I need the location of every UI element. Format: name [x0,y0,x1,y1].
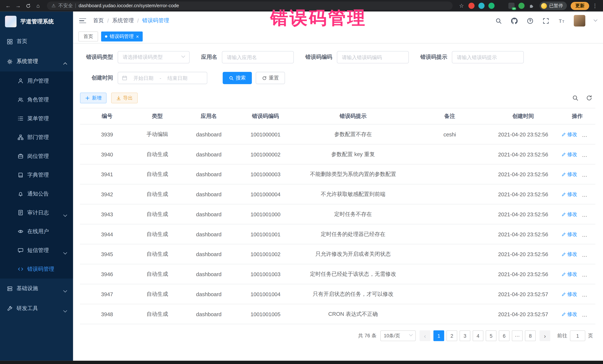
page-button[interactable]: 6 [499,331,510,341]
edit-link[interactable]: 修改 [561,231,577,238]
sidebar-item-announcements[interactable]: 通知公告 [0,184,73,203]
end-date-input[interactable] [164,75,191,81]
help-icon[interactable] [527,17,533,24]
goto-label: 前往 [557,332,567,339]
extension-on-badge: on [512,7,516,10]
sidebar-collapse-icon[interactable] [79,18,86,23]
sidebar-item-dev-tools[interactable]: 研发工具 [0,298,73,318]
reset-button[interactable]: 重置 [256,72,285,84]
cell-hint: 只允许修改为开启或者关闭状态 [294,244,412,264]
extension-icon[interactable] [498,3,504,9]
delete-link-label: 删除 [588,131,595,138]
edit-link-label: 修改 [567,291,577,298]
page-size-select[interactable]: 10条/页 [380,331,416,341]
sidebar-item-label: 角色管理 [27,96,49,103]
edit-link[interactable]: 修改 [561,191,577,198]
edit-link[interactable]: 修改 [561,131,577,138]
url-text[interactable]: dashboard.yudao.iocoder.cn/system/error-… [79,3,179,9]
sidebar-item-system[interactable]: 系统管理 [0,52,73,72]
edit-link[interactable]: 修改 [561,311,577,318]
table-row: 3945 自动生成 dashboard 1001001002 只允许修改为开启或… [80,244,595,264]
page-button[interactable]: 8 [525,331,536,341]
reload-icon[interactable] [24,1,33,10]
bookmark-star-icon[interactable]: ☆ [457,1,466,10]
cell-ops: 修改删除 [559,164,595,184]
error-hint-input[interactable] [452,51,524,63]
update-button[interactable]: 更新 [571,2,589,10]
page-button[interactable]: 3 [460,331,470,341]
next-page-button[interactable]: › [540,331,550,341]
cell-type: 手动编辑 [134,124,181,144]
sidebar-item-online-users[interactable]: 在线用户 [0,222,73,241]
extension-icon[interactable] [488,3,494,9]
github-icon[interactable] [511,17,518,24]
page-ellipsis[interactable]: ··· [512,331,523,341]
breadcrumb-item[interactable]: 系统管理 [112,17,134,24]
sidebar-item-infrastructure[interactable]: 基础设施 [0,278,73,298]
edit-link[interactable]: 修改 [561,271,577,277]
create-time-range[interactable]: - [118,72,207,84]
app-logo[interactable]: 芋道管理系统 [0,11,73,32]
svg-text:T: T [559,18,562,24]
extensions-puzzle-icon[interactable] [528,3,534,9]
close-icon[interactable]: × [136,34,139,39]
extension-icon[interactable] [478,3,485,9]
chevron-down-icon [63,250,67,254]
chevron-down-icon[interactable] [594,17,597,24]
extension-icon[interactable] [468,3,475,9]
home-icon[interactable]: ⌂ [34,1,42,10]
goto-page-input[interactable] [570,331,585,341]
add-button[interactable]: 新增 [80,93,106,103]
breadcrumb-item[interactable]: 首页 [93,17,104,24]
edit-link[interactable]: 修改 [561,251,577,257]
forward-icon[interactable]: → [14,1,23,10]
tab-home[interactable]: 首页 [79,32,98,42]
menu-list-icon [18,116,23,121]
font-size-icon[interactable]: TT [558,17,565,24]
start-date-input[interactable] [129,75,157,81]
page-button[interactable]: 1 [433,331,444,341]
tab-error-code[interactable]: 错误码管理 × [101,32,143,42]
search-button[interactable]: 搜索 [223,72,252,84]
error-code-input[interactable] [337,51,409,63]
edit-link[interactable]: 修改 [561,171,577,177]
toggle-search-icon[interactable] [572,95,578,101]
extension-icon[interactable] [518,3,524,9]
sidebar-item-home[interactable]: 首页 [0,32,73,52]
breadcrumb-item[interactable]: 错误码管理 [142,17,169,24]
page-button[interactable]: 5 [486,331,497,341]
extension-icon[interactable]: on [508,3,514,9]
sidebar-item-departments[interactable]: 部门管理 [0,128,73,147]
edit-link[interactable]: 修改 [561,151,577,158]
app-name-input[interactable] [222,51,294,63]
page-button[interactable]: 4 [473,331,483,341]
sidebar-item-dictionary[interactable]: 字典管理 [0,165,73,184]
back-icon[interactable]: ← [4,1,12,10]
browser-menu-icon[interactable]: ⋮ [591,1,599,10]
export-button[interactable]: 导出 [111,93,138,103]
sidebar-item-error-code[interactable]: 错误码管理 [0,260,73,278]
prev-page-button[interactable]: ‹ [419,331,430,341]
sidebar-item-roles[interactable]: 角色管理 [0,90,73,109]
sidebar-item-users[interactable]: 用户管理 [0,72,73,90]
security-label[interactable]: 不安全 [58,2,73,9]
cell-hint: 只有开启状态的任务，才可以修改 [294,284,412,304]
address-bar[interactable]: ⚠ 不安全 dashboard.yudao.iocoder.cn/system/… [47,1,453,10]
breadcrumb: 首页 / 系统管理 / 错误码管理 [93,17,169,24]
page-button[interactable]: 2 [446,331,457,341]
search-icon[interactable] [495,17,502,24]
avatar[interactable] [574,15,585,26]
sidebar-item-sms[interactable]: 短信管理 [0,241,73,260]
error-type-select[interactable]: 请选择错误码类型 [118,51,190,63]
edit-link[interactable]: 修改 [561,211,577,218]
edit-link[interactable]: 修改 [561,291,577,298]
sidebar-item-label: 短信管理 [27,247,49,254]
sidebar-item-menus[interactable]: 菜单管理 [0,109,73,128]
cell-id: 3947 [80,284,134,304]
sidebar-item-audit-log[interactable]: 审计日志 [0,203,73,222]
profile-paused-badge[interactable]: 已暂停 [540,1,567,10]
fullscreen-icon[interactable] [542,17,549,24]
sidebar-item-positions[interactable]: 岗位管理 [0,147,73,166]
delete-link-label: 删除 [588,171,595,177]
refresh-icon[interactable] [586,95,592,101]
